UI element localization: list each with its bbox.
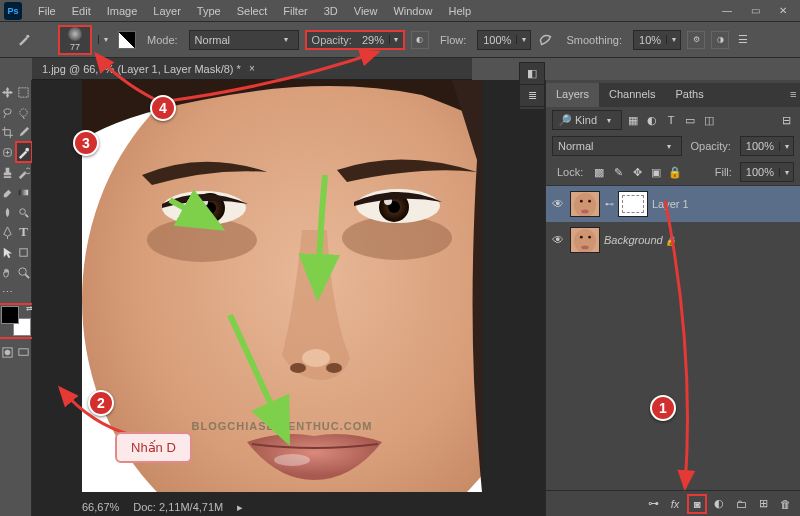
layer-fill-value: 100% — [741, 166, 779, 178]
filter-pixel-icon[interactable]: ▦ — [625, 112, 641, 128]
minimize-button[interactable]: — — [714, 3, 740, 19]
pen-tool[interactable] — [0, 222, 16, 242]
close-button[interactable]: ✕ — [770, 3, 796, 19]
maximize-button[interactable]: ▭ — [742, 3, 768, 19]
add-mask-icon[interactable]: ◙ — [688, 495, 706, 513]
visibility-icon[interactable]: 👁 — [550, 233, 566, 247]
lasso-tool[interactable] — [0, 102, 16, 122]
foreground-color[interactable] — [1, 306, 19, 324]
airbrush-icon[interactable] — [537, 31, 555, 49]
tab-channels[interactable]: Channels — [599, 83, 665, 107]
quick-select-tool[interactable] — [16, 102, 32, 122]
blur-tool[interactable] — [0, 202, 16, 222]
flow-field[interactable]: 100% ▾ — [477, 30, 531, 50]
layer-thumbnail[interactable] — [570, 227, 600, 253]
menu-file[interactable]: File — [30, 2, 64, 20]
menu-edit[interactable]: Edit — [64, 2, 99, 20]
visibility-icon[interactable]: 👁 — [550, 197, 566, 211]
edit-toolbar[interactable]: ⋯ — [0, 282, 16, 302]
layer-opacity-field[interactable]: 100%▾ — [740, 136, 794, 156]
lock-paint-icon[interactable]: ✎ — [610, 164, 626, 180]
fx-icon[interactable]: fx — [666, 495, 684, 513]
annotation-badge-1: 1 — [650, 395, 676, 421]
layer-thumbnail[interactable] — [570, 191, 600, 217]
menu-type[interactable]: Type — [189, 2, 229, 20]
blend-mode-value: Normal — [195, 34, 230, 46]
status-arrow-icon[interactable]: ▸ — [237, 501, 243, 514]
eraser-tool[interactable] — [0, 182, 16, 202]
move-tool[interactable] — [0, 82, 16, 102]
chevron-down-icon[interactable]: ▾ — [516, 35, 530, 44]
filter-toggle[interactable]: ⊟ — [778, 112, 794, 128]
shape-tool[interactable] — [16, 242, 32, 262]
pressure-opacity-icon[interactable]: ◐ — [411, 31, 429, 49]
doc-size[interactable]: Doc: 2,11M/4,71M — [133, 501, 223, 514]
color-swatches[interactable]: ⇄ — [1, 306, 31, 336]
type-tool[interactable]: T — [16, 222, 32, 242]
filter-type-icon[interactable]: T — [663, 112, 679, 128]
chevron-down-icon[interactable]: ▾ — [779, 142, 793, 151]
lock-pixels-icon[interactable]: ▩ — [591, 164, 607, 180]
screenmode-tool[interactable] — [16, 342, 32, 362]
marquee-tool[interactable] — [16, 82, 32, 102]
chevron-down-icon[interactable]: ▾ — [779, 168, 793, 177]
filter-adjust-icon[interactable]: ◐ — [644, 112, 660, 128]
lock-artboard-icon[interactable]: ▣ — [648, 164, 664, 180]
smoothing-options-icon[interactable]: ⚙ — [687, 31, 705, 49]
link-layers-icon[interactable]: ⊶ — [644, 495, 662, 513]
current-tool-icon[interactable] — [8, 30, 40, 50]
lock-all-icon[interactable]: 🔒 — [667, 164, 683, 180]
menu-help[interactable]: Help — [441, 2, 480, 20]
adjustment-layer-icon[interactable]: ◐ — [710, 495, 728, 513]
menu-window[interactable]: Window — [385, 2, 440, 20]
symmetry-icon[interactable]: ☰ — [735, 30, 751, 50]
menu-bar: Ps File Edit Image Layer Type Select Fil… — [0, 0, 800, 22]
pressure-size-icon[interactable]: ◑ — [711, 31, 729, 49]
filter-shape-icon[interactable]: ▭ — [682, 112, 698, 128]
smoothing-field[interactable]: 10% ▾ — [633, 30, 681, 50]
delete-layer-icon[interactable]: 🗑 — [776, 495, 794, 513]
path-select-tool[interactable] — [0, 242, 16, 262]
filter-kind-select[interactable]: 🔎Kind▾ — [552, 110, 622, 130]
crop-tool[interactable] — [0, 122, 16, 142]
chevron-down-icon[interactable]: ▾ — [666, 35, 680, 44]
menu-view[interactable]: View — [346, 2, 386, 20]
svg-rect-5 — [19, 189, 28, 195]
annotation-badge-4: 4 — [150, 95, 176, 121]
svg-point-31 — [580, 200, 583, 203]
quickmask-tool[interactable] — [0, 342, 16, 362]
menu-image[interactable]: Image — [99, 2, 146, 20]
zoom-level[interactable]: 66,67% — [82, 501, 119, 514]
tab-layers[interactable]: Layers — [546, 83, 599, 107]
group-icon[interactable]: 🗀 — [732, 495, 750, 513]
stamp-tool[interactable] — [0, 162, 16, 182]
menu-select[interactable]: Select — [229, 2, 276, 20]
lock-position-icon[interactable]: ✥ — [629, 164, 645, 180]
panel-menu-icon[interactable]: ≡ — [780, 83, 800, 107]
svg-point-4 — [25, 147, 29, 151]
history-brush-tool[interactable] — [16, 162, 32, 182]
menu-filter[interactable]: Filter — [275, 2, 315, 20]
tools-panel: T ⋯ ⇄ — [0, 80, 32, 516]
hand-tool[interactable] — [0, 262, 16, 282]
tab-paths[interactable]: Paths — [666, 83, 714, 107]
gradient-tool[interactable] — [16, 182, 32, 202]
collapsed-panel-icon[interactable]: ≣ — [520, 85, 544, 107]
zoom-tool[interactable] — [16, 262, 32, 282]
eyedropper-tool[interactable] — [16, 122, 32, 142]
chevron-down-icon[interactable]: ▾ — [389, 35, 403, 44]
menu-layer[interactable]: Layer — [145, 2, 189, 20]
menu-3d[interactable]: 3D — [316, 2, 346, 20]
collapsed-panel-icon[interactable]: ◧ — [520, 63, 544, 85]
layer-fill-field[interactable]: 100%▾ — [740, 162, 794, 182]
dodge-tool[interactable] — [16, 202, 32, 222]
new-layer-icon[interactable]: ⊞ — [754, 495, 772, 513]
mask-link-icon[interactable]: ⊷ — [604, 199, 614, 209]
layer-blend-value: Normal — [558, 140, 593, 152]
healing-tool[interactable] — [0, 142, 16, 162]
brush-tool[interactable] — [16, 142, 32, 162]
layer-blend-select[interactable]: Normal▾ — [552, 136, 682, 156]
collapsed-panel-strip: ◧ ≣ — [519, 62, 545, 110]
brush-dropdown-icon[interactable]: ▾ — [98, 35, 112, 44]
filter-smart-icon[interactable]: ◫ — [701, 112, 717, 128]
